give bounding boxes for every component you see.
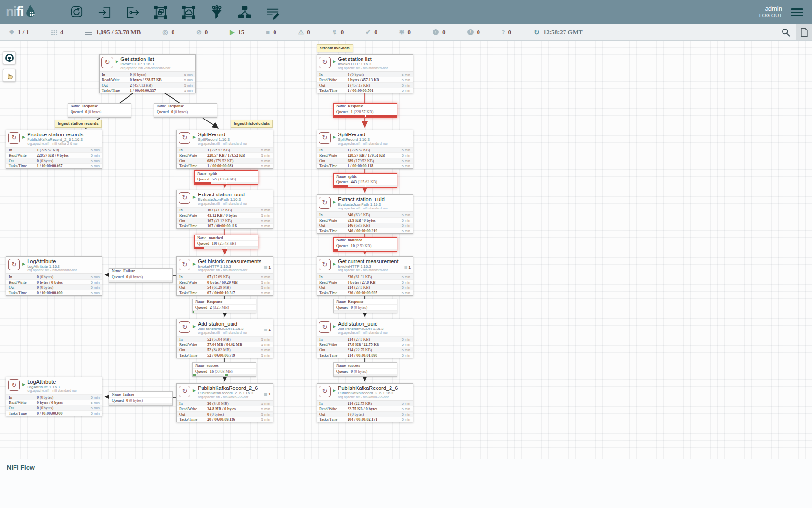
processor-publishkafka-right[interactable]: ↻▶PublishKafkaRecord_2_6PublishKafkaReco… bbox=[317, 383, 413, 422]
running-status-icon: ▶ bbox=[193, 324, 196, 329]
output-port-icon[interactable] bbox=[122, 1, 143, 23]
connection-response-left[interactable]: NameResponseQueued0 (0 bytes) bbox=[68, 103, 131, 118]
new-canvas-icon[interactable] bbox=[796, 24, 812, 40]
refresh-icon[interactable]: ↻ bbox=[534, 28, 540, 37]
processor-stat-row: Out0 (0 bytes)5 min bbox=[6, 405, 102, 410]
processor-stat-row: Tasks/Time20 / 00:00:09.1365 min bbox=[177, 417, 273, 422]
connection-success-mid[interactable]: NamesuccessQueued16 (50.03 MB) bbox=[192, 362, 256, 377]
connection-failure-top[interactable]: NameFailureQueued0 (0 bytes) bbox=[109, 268, 173, 283]
processor-stamp-icon: ↻ bbox=[319, 386, 331, 397]
processor-type: PublishKafkaRecord_2_6 1.16.3 bbox=[198, 391, 258, 395]
processor-get-station-list-2[interactable]: ↻▶Get station listInvokeHTTP 1.16.3org.a… bbox=[317, 54, 413, 93]
processor-splitrecord-mid[interactable]: ↻▶SplitRecordSplitRecord 1.16.3org.apach… bbox=[176, 130, 273, 169]
stat-value: 0 bbox=[171, 29, 174, 36]
label-icon[interactable] bbox=[262, 1, 283, 23]
stat-connected-nodes: ❖1 / 1 bbox=[9, 29, 29, 36]
processor-bundle: org.apache.nifi - nifi-standard-nar bbox=[27, 269, 77, 272]
connection-matched-right[interactable]: NamematchedQueued10 (2.59 KB) bbox=[334, 237, 397, 252]
stat-locally-modified: ✱0 bbox=[399, 29, 411, 36]
processor-type: JoltTransformJSON 1.16.3 bbox=[338, 327, 388, 331]
connection-splits-right[interactable]: NamesplitsQueued443 (115.62 KB) bbox=[334, 173, 397, 188]
processor-type: JoltTransformJSON 1.16.3 bbox=[198, 327, 247, 331]
global-menu-icon[interactable] bbox=[789, 6, 805, 18]
processor-produce-station-records[interactable]: ↻▶Produce station recordsPublishKafkaRec… bbox=[6, 130, 102, 169]
stat-not-transmitting: ⊘0 bbox=[196, 29, 208, 36]
input-port-icon[interactable] bbox=[94, 1, 115, 23]
processor-stat-row: Read/Write27.8 KB / 22.75 KB5 min bbox=[317, 342, 413, 347]
queue-percent-bars bbox=[195, 246, 258, 249]
processor-extract-station-uuid-right[interactable]: ↻▶Extract station_uuidEvaluateJsonPath 1… bbox=[317, 194, 413, 234]
processor-stat-row: Read/Write57.04 MB / 84.82 MB5 min bbox=[177, 342, 273, 347]
stat-invalid: ⚠0 bbox=[298, 29, 310, 36]
processor-stamp-icon: ↻ bbox=[179, 192, 190, 204]
search-icon[interactable] bbox=[776, 24, 796, 40]
processor-name: Extract station_uuid bbox=[338, 196, 388, 202]
connection-response-right-top[interactable]: NameResponseQueued1 (228.57 KB) bbox=[334, 103, 397, 118]
running-status-icon: ▶ bbox=[22, 135, 25, 139]
processor-logattribute-bottom[interactable]: ↻▶LogAttributeLogAttribute 1.16.3org.apa… bbox=[6, 377, 102, 416]
processor-stat-row: Out2 (457.13 KB)5 min bbox=[100, 82, 195, 88]
processor-name: SplitRecord bbox=[198, 132, 247, 137]
processor-stat-row: Out689 (179.52 KB)5 min bbox=[317, 158, 413, 163]
stat-running: ▶15 bbox=[230, 29, 244, 36]
threads-icon bbox=[51, 29, 57, 35]
operate-hand-icon[interactable] bbox=[3, 69, 16, 82]
active-threads-badge: ▦1 bbox=[404, 258, 411, 269]
connection-response-mid-top[interactable]: NameResponseQueued0 (0 bytes) bbox=[154, 103, 218, 118]
processor-stat-row: In214 (27.8 KB)5 min bbox=[317, 336, 413, 342]
nifi-app: nifi admin LOG OUT ❖1 / 141,095 / 53.78 … bbox=[0, 0, 812, 508]
flow-label-ingest-station-records[interactable]: Ingest station records bbox=[55, 120, 102, 128]
connection-response-mid-2[interactable]: NameResponseQueued2 (3.25 MB) bbox=[192, 299, 256, 313]
process-group-icon[interactable] bbox=[150, 1, 171, 23]
processor-stat-row: Read/Write0 bytes / 228.57 KB5 min bbox=[100, 77, 195, 82]
connection-splits-mid[interactable]: NamesplitsQueued522 (136.4 KB) bbox=[194, 170, 258, 185]
processor-stat-row: In0 (0 bytes)5 min bbox=[317, 72, 413, 77]
processor-get-historic-measurements[interactable]: ↻▶Get historic measurementsInvokeHTTP 1.… bbox=[176, 256, 273, 296]
connection-matched-mid[interactable]: NamematchedQueued100 (25.43 KB) bbox=[194, 235, 258, 249]
stat-value: 1,095 / 53.78 MB bbox=[96, 29, 141, 36]
queue-percent-bars bbox=[334, 310, 397, 313]
processor-stat-row: In0 (0 bytes)5 min bbox=[6, 274, 102, 279]
processor-extract-station-uuid-mid[interactable]: ↻▶Extract station_uuidEvaluateJsonPath 1… bbox=[176, 190, 273, 229]
logout-link[interactable]: LOG OUT bbox=[759, 12, 782, 19]
birdseye-toggle-icon[interactable] bbox=[3, 51, 16, 64]
processor-name: LogAttribute bbox=[27, 379, 77, 385]
processor-bundle: org.apache.nifi - nifi-kafka-2-6-nar bbox=[198, 395, 258, 399]
processor-stat-row: Out167 (43.12 KB)5 min bbox=[177, 218, 273, 223]
breadcrumb[interactable]: NiFi Flow bbox=[7, 464, 35, 471]
processor-type: InvokeHTTP 1.16.3 bbox=[198, 264, 261, 269]
running-status-icon: ▶ bbox=[116, 60, 118, 64]
flow-label-stream-live-data[interactable]: Stream live-data bbox=[317, 44, 353, 52]
connection-success-right[interactable]: NamesuccessQueued0 (0 bytes) bbox=[334, 362, 397, 377]
flow-label-ingest-historic-data[interactable]: Ingest historic data bbox=[231, 120, 273, 128]
running-status-icon: ▶ bbox=[333, 60, 336, 64]
running-status-icon: ▶ bbox=[22, 262, 25, 266]
running-status-icon: ▶ bbox=[193, 262, 196, 266]
stale-icon: ↑ bbox=[433, 29, 439, 35]
invalid-icon: ⚠ bbox=[298, 29, 304, 35]
processor-stat-row: In36 (34.8 MB)5 min bbox=[177, 401, 273, 406]
processor-stat-row: Tasks/Time0 / 00:00:00.0005 min bbox=[6, 290, 102, 295]
processor-publishkafka-mid[interactable]: ↻▶PublishKafkaRecord_2_6PublishKafkaReco… bbox=[176, 383, 273, 422]
processor-type: PublishKafkaRecord_2_6 1.16.3 bbox=[27, 137, 83, 142]
connection-response-right-2[interactable]: NameResponseQueued0 (0 bytes) bbox=[334, 299, 397, 313]
sync-failure-icon: ? bbox=[502, 29, 505, 35]
remote-process-group-icon[interactable] bbox=[178, 1, 199, 23]
processor-type: InvokeHTTP 1.16.3 bbox=[338, 62, 388, 66]
processor-icon[interactable] bbox=[66, 1, 87, 23]
processor-bundle: org.apache.nifi - nifi-standard-nar bbox=[198, 331, 247, 335]
processor-logattribute-top[interactable]: ↻▶LogAttributeLogAttribute 1.16.3org.apa… bbox=[6, 256, 102, 296]
processor-stat-row: Tasks/Time214 / 00:00:01.0985 min bbox=[317, 352, 413, 358]
processor-add-station-uuid-mid[interactable]: ↻▶Add station_uuidJoltTransformJSON 1.16… bbox=[176, 319, 273, 358]
template-icon[interactable] bbox=[234, 1, 255, 23]
processor-get-current-measurement[interactable]: ↻▶Get current measurementInvokeHTTP 1.16… bbox=[317, 256, 413, 296]
connection-failure-bottom[interactable]: NamefailureQueued0 (0 bytes) bbox=[109, 391, 173, 406]
processor-stat-row: Out52 (84.82 MB)5 min bbox=[177, 347, 273, 352]
stat-value: 0 bbox=[508, 29, 512, 36]
flow-canvas[interactable]: Stream live-dataIngest station recordsIn… bbox=[0, 41, 812, 459]
funnel-icon[interactable] bbox=[206, 1, 227, 23]
processor-splitrecord-right[interactable]: ↻▶SplitRecordSplitRecord 1.16.3org.apach… bbox=[317, 130, 413, 169]
processor-add-station-uuid-right[interactable]: ↻▶Add station_uuidJoltTransformJSON 1.16… bbox=[317, 319, 413, 358]
processor-get-station-list-1[interactable]: ↻▶Get station listInvokeHTTP 1.16.3org.a… bbox=[99, 54, 196, 93]
processor-stat-row: Tasks/Time1 / 00:00:00.1185 min bbox=[317, 163, 413, 168]
